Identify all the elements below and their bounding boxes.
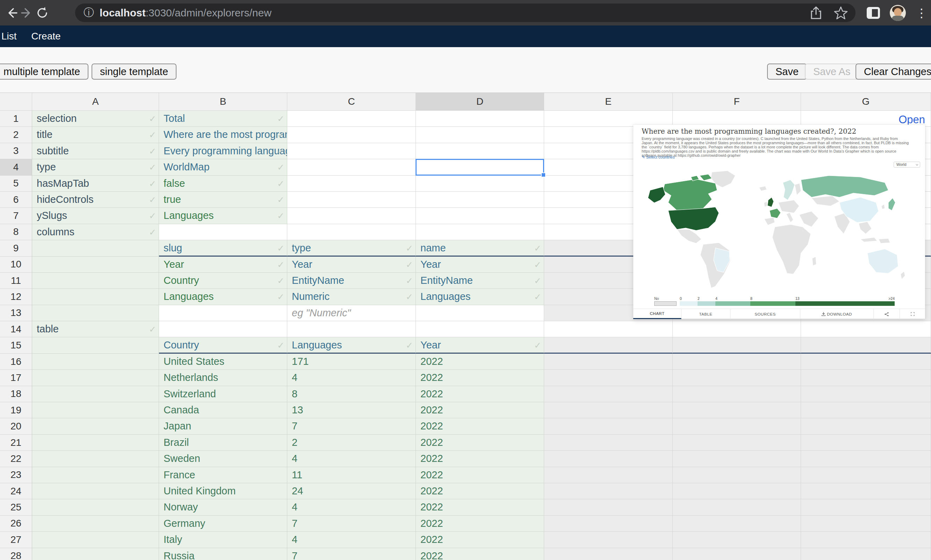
cell-F17[interactable] [673,370,801,386]
cell-D13[interactable] [416,305,544,321]
cell-E22[interactable] [544,451,673,467]
bookmark-star-icon[interactable] [834,6,848,20]
row-header-5[interactable]: 5 [0,175,32,192]
tab-chart[interactable]: CHART [633,309,681,319]
column-header-A[interactable]: A [32,93,159,111]
world-map[interactable] [644,169,913,293]
cell-D18[interactable]: 2022 [416,386,544,402]
open-preview-link[interactable]: Open [832,114,925,126]
cell-A26[interactable] [32,516,159,532]
cell-B21[interactable]: Brazil [159,435,287,451]
row-header-12[interactable]: 12 [0,289,32,305]
cell-A28[interactable] [32,548,159,560]
cell-B24[interactable]: United Kingdom [159,483,287,499]
cell-B14[interactable] [159,321,287,337]
column-header-D[interactable]: D [416,93,544,111]
cell-A4[interactable]: type✓ [32,159,159,175]
cell-A19[interactable] [32,402,159,418]
profile-avatar[interactable] [890,5,906,21]
cell-G18[interactable] [801,386,931,402]
cell-B1[interactable]: Total✓ [159,111,287,127]
row-header-8[interactable]: 8 [0,224,32,240]
cell-G28[interactable] [801,548,931,560]
row-header-19[interactable]: 19 [0,402,32,418]
nav-item-create[interactable]: Create [31,31,61,42]
cell-B15[interactable]: Country✓ [159,337,287,353]
row-header-16[interactable]: 16 [0,354,32,370]
cell-E23[interactable] [544,467,673,483]
cell-G15[interactable] [801,337,931,353]
cell-E14[interactable] [544,321,673,337]
cell-B4[interactable]: WorldMap✓ [159,159,287,175]
tab-download[interactable]: DOWNLOAD [800,309,874,319]
cell-A16[interactable] [32,354,159,370]
cell-A6[interactable]: hideControls✓ [32,192,159,208]
cell-B28[interactable]: Russia [159,548,287,560]
cell-B25[interactable]: Norway [159,499,287,515]
cell-B16[interactable]: United States [159,354,287,370]
cell-E16[interactable] [544,354,673,370]
cell-G25[interactable] [801,499,931,515]
row-header-11[interactable]: 11 [0,273,32,289]
cell-A1[interactable]: selection✓ [32,111,159,127]
cell-A15[interactable] [32,337,159,353]
cell-F18[interactable] [673,386,801,402]
cell-C27[interactable]: 4 [287,532,416,548]
cell-D4[interactable] [416,159,544,175]
tab-share[interactable] [874,309,900,319]
cell-C25[interactable]: 4 [287,499,416,515]
cell-D22[interactable]: 2022 [416,451,544,467]
cell-G20[interactable] [801,418,931,434]
row-header-13[interactable]: 13 [0,305,32,321]
cell-A11[interactable] [32,273,159,289]
cell-C19[interactable]: 13 [287,402,416,418]
cell-G21[interactable] [801,435,931,451]
cell-B17[interactable]: Netherlands [159,370,287,386]
cell-F20[interactable] [673,418,801,434]
save-button[interactable]: Save [767,63,807,80]
cell-F14[interactable] [673,321,801,337]
cell-G22[interactable] [801,451,931,467]
cell-D17[interactable]: 2022 [416,370,544,386]
cell-G17[interactable] [801,370,931,386]
cell-E25[interactable] [544,499,673,515]
cell-F27[interactable] [673,532,801,548]
cell-E15[interactable] [544,337,673,353]
cell-C23[interactable]: 11 [287,467,416,483]
cell-B11[interactable]: Country✓ [159,273,287,289]
cell-C12[interactable]: Numeric✓ [287,289,416,305]
cell-D8[interactable] [416,224,544,240]
row-header-26[interactable]: 26 [0,516,32,532]
cell-D24[interactable]: 2022 [416,483,544,499]
cell-G19[interactable] [801,402,931,418]
cell-C14[interactable] [287,321,416,337]
row-header-27[interactable]: 27 [0,532,32,548]
cell-D6[interactable] [416,192,544,208]
cell-D16[interactable]: 2022 [416,354,544,370]
side-panel-icon[interactable] [867,7,880,19]
cell-G27[interactable] [801,532,931,548]
cell-F22[interactable] [673,451,801,467]
cell-C15[interactable]: Languages✓ [287,337,416,353]
cell-A12[interactable] [32,289,159,305]
cell-B10[interactable]: Year✓ [159,257,287,273]
cell-E20[interactable] [544,418,673,434]
cell-D11[interactable]: EntityName✓ [416,273,544,289]
row-header-15[interactable]: 15 [0,337,32,353]
cell-F26[interactable] [673,516,801,532]
row-header-14[interactable]: 14 [0,321,32,337]
cell-C4[interactable] [287,159,416,175]
cell-B8[interactable] [159,224,287,240]
cell-C9[interactable]: type✓ [287,240,416,256]
cell-D12[interactable]: Languages✓ [416,289,544,305]
cell-B7[interactable]: Languages✓ [159,208,287,224]
cell-C2[interactable] [287,127,416,143]
cell-G24[interactable] [801,483,931,499]
browser-menu-icon[interactable]: ⋮ [916,7,928,19]
cell-C8[interactable] [287,224,416,240]
cell-A27[interactable] [32,532,159,548]
cell-E18[interactable] [544,386,673,402]
tab-sources[interactable]: SOURCES [730,309,800,319]
cell-C11[interactable]: EntityName✓ [287,273,416,289]
cell-E19[interactable] [544,402,673,418]
